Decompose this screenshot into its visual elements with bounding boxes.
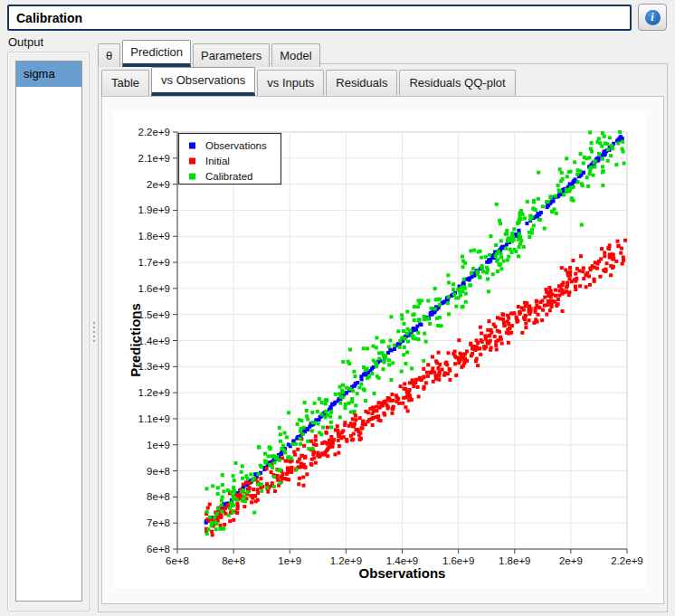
svg-text:7e+8: 7e+8 [147, 517, 170, 528]
svg-text:Calibrated: Calibrated [205, 171, 252, 182]
main-tab-bar: θ Prediction Parameters Model [98, 40, 320, 67]
svg-text:9e+8: 9e+8 [147, 466, 170, 477]
output-list[interactable]: sigma [15, 61, 82, 602]
subtab-vs-inputs[interactable]: vs Inputs [257, 70, 324, 96]
svg-text:Initial: Initial [205, 156, 230, 166]
tab-prediction[interactable]: Prediction [122, 40, 191, 67]
list-item-sigma[interactable]: sigma [16, 62, 81, 87]
calibration-window: i Output sigma θ Prediction Parameters M… [0, 0, 675, 616]
svg-text:1e+9: 1e+9 [147, 440, 170, 450]
y-axis-label: Predictions [128, 132, 146, 549]
svg-text:8e+8: 8e+8 [147, 491, 170, 502]
subtab-residuals-qq-plot[interactable]: Residuals QQ-plot [399, 70, 515, 96]
subtab-residuals[interactable]: Residuals [326, 70, 397, 96]
tab-model[interactable]: Model [271, 43, 319, 67]
subtab-vs-observations[interactable]: vs Observations [151, 67, 255, 96]
prediction-sub-tab-bar: Table vs Observations vs Inputs Residual… [101, 67, 516, 96]
splitter-handle[interactable] [90, 52, 97, 611]
chart-panel: 6e+88e+81e+91.2e+91.4e+91.6e+91.8e+92e+9… [113, 112, 646, 588]
output-label: Output [8, 35, 43, 49]
subtab-table[interactable]: Table [101, 70, 149, 96]
tab-theta[interactable]: θ [98, 43, 120, 67]
x-axis-label: Observations [177, 565, 627, 581]
svg-text:6e+8: 6e+8 [147, 544, 170, 554]
info-button[interactable]: i [638, 4, 667, 31]
svg-text:2e+9: 2e+9 [147, 179, 170, 190]
scatter-chart: 6e+88e+81e+91.2e+91.4e+91.6e+91.8e+92e+9… [113, 112, 646, 588]
tab-parameters[interactable]: Parameters [193, 43, 270, 67]
info-icon: i [645, 10, 661, 25]
calibration-title-input[interactable] [7, 5, 632, 31]
svg-text:Observations: Observations [205, 140, 267, 151]
